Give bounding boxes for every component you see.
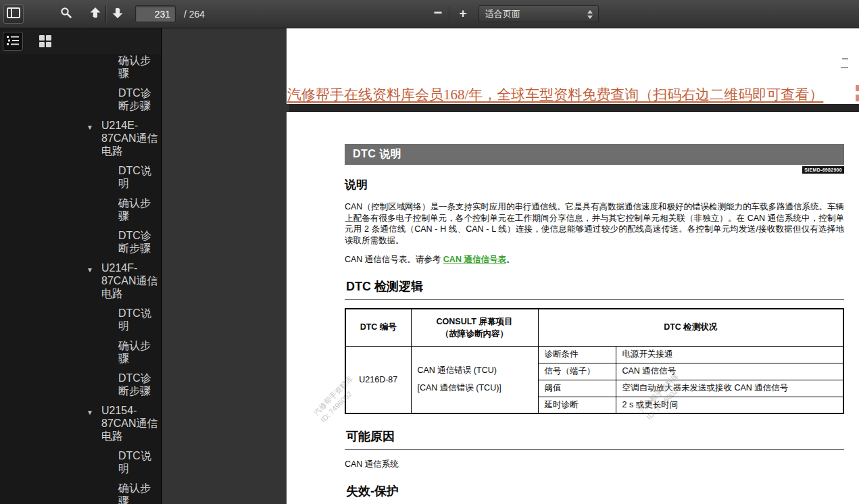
outline-item[interactable]: 确认步骤 bbox=[0, 54, 161, 80]
page-edge-fragment bbox=[841, 67, 848, 68]
page-edge-fragment bbox=[856, 85, 859, 91]
pdf-viewer-toolbar: / 264 − + 适合页面 bbox=[0, 0, 859, 28]
outline-item-label: 确认步骤 bbox=[118, 482, 156, 504]
pdf-page-current: DTC 说明 SIEMD-6982900 说明 CAN（控制区域网络）是一条支持… bbox=[287, 112, 859, 504]
select-spinner-icon bbox=[587, 10, 593, 19]
arrow-up-icon bbox=[89, 6, 102, 22]
possible-cause-heading: 可能原因 bbox=[345, 428, 844, 450]
condition-value: 2 s 或更长时间 bbox=[616, 397, 843, 413]
reference-suffix: 。 bbox=[506, 255, 515, 264]
outline-item[interactable]: ▼U214F-87CAN通信电路 bbox=[0, 261, 161, 300]
sidebar: 确认步骤DTC诊断步骤▼U214E-87CAN通信电路DTC说明确认步骤DTC诊… bbox=[0, 28, 162, 504]
outline-item-label: U214E-87CAN通信电路 bbox=[101, 119, 161, 157]
dtc-logic-heading: DTC 检测逻辑 bbox=[345, 278, 844, 300]
outline-item-label: DTC诊断步骤 bbox=[118, 229, 156, 255]
search-icon bbox=[60, 7, 72, 21]
condition-label: 阈值 bbox=[538, 380, 616, 397]
toolbar-separator bbox=[449, 6, 449, 22]
zoom-in-button[interactable]: + bbox=[456, 4, 470, 24]
thumbnails-view-button[interactable] bbox=[35, 32, 55, 51]
ad-banner-link[interactable]: 汽修帮手在线资料库会员168/年，全球车型资料免费查询（扫码右边二维码即可查看） bbox=[287, 85, 823, 104]
zoom-out-button[interactable]: − bbox=[431, 4, 445, 24]
outline-item[interactable]: ▼U214E-87CAN通信电路 bbox=[0, 119, 161, 157]
table-header-row: DTC 编号 CONSULT 屏幕项目 （故障诊断内容） DTC 检测状况 bbox=[345, 309, 843, 346]
possible-cause-text: CAN 通信系统 bbox=[345, 459, 844, 470]
outline-list: 确认步骤DTC诊断步骤▼U214E-87CAN通信电路DTC说明确认步骤DTC诊… bbox=[0, 54, 161, 504]
collapse-triangle-icon[interactable]: ▼ bbox=[87, 406, 93, 419]
condition-row: U216D-87 CAN 通信错误 (TCU) [CAN 通信错误 (TCU)]… bbox=[345, 346, 843, 363]
sidebar-toolbar bbox=[0, 28, 162, 54]
outline-item-label: 确认步骤 bbox=[118, 197, 156, 222]
outline-item-label: DTC诊断步骤 bbox=[118, 86, 156, 112]
outline-item-label: U2154-87CAN通信电路 bbox=[101, 404, 161, 443]
condition-label: 诊断条件 bbox=[538, 346, 616, 363]
next-page-button[interactable] bbox=[109, 4, 126, 24]
search-button[interactable] bbox=[57, 4, 76, 24]
outline-item[interactable]: DTC诊断步骤 bbox=[0, 372, 161, 397]
doc-code: SIEMD-6982900 bbox=[802, 166, 844, 174]
previous-page-button[interactable] bbox=[87, 4, 104, 24]
condition-label: 信号（端子） bbox=[538, 363, 616, 380]
thumbnails-grid-icon bbox=[39, 35, 51, 47]
condition-value: 电源开关接通 bbox=[616, 346, 843, 363]
toolbar-separator bbox=[105, 6, 106, 22]
reference-line: CAN 通信信号表。请参考 CAN 通信信号表。 bbox=[345, 254, 844, 266]
header-dtc-number: DTC 编号 bbox=[345, 309, 411, 346]
outline-item-label: 确认步骤 bbox=[118, 339, 156, 365]
outline-item-label: DTC说明 bbox=[118, 164, 156, 190]
fail-safe-heading: 失效-保护 bbox=[345, 483, 844, 504]
dtc-table-body: U216D-87 CAN 通信错误 (TCU) [CAN 通信错误 (TCU)]… bbox=[345, 346, 843, 413]
outline-item-label: U214F-87CAN通信电路 bbox=[101, 261, 161, 300]
outline-view-button[interactable] bbox=[3, 32, 23, 51]
dtc-detection-table: DTC 编号 CONSULT 屏幕项目 （故障诊断内容） DTC 检测状况 U2… bbox=[345, 308, 844, 414]
condition-value: 空调自动放大器未发送或接收 CAN 通信信号 bbox=[616, 380, 843, 397]
zoom-select[interactable]: 适合页面 bbox=[478, 5, 599, 22]
description-heading: 说明 bbox=[345, 177, 844, 193]
page-count-label: / 264 bbox=[184, 9, 205, 20]
outline-item[interactable]: 确认步骤 bbox=[0, 482, 161, 504]
page-gap bbox=[289, 104, 859, 112]
condition-label: 延时诊断 bbox=[538, 397, 616, 413]
condition-value: CAN 通信信号 bbox=[616, 363, 843, 380]
section-title: DTC 说明 bbox=[353, 147, 401, 161]
header-consult-item: CONSULT 屏幕项目 （故障诊断内容） bbox=[411, 309, 538, 346]
outline-item[interactable]: DTC说明 bbox=[0, 307, 161, 332]
outline-item-label: 确认步骤 bbox=[118, 54, 156, 80]
page-number-input[interactable] bbox=[135, 5, 176, 22]
can-signal-table-link[interactable]: CAN 通信信号表 bbox=[443, 255, 506, 264]
outline-item[interactable]: DTC诊断步骤 bbox=[0, 229, 161, 255]
outline-item[interactable]: DTC诊断步骤 bbox=[0, 86, 161, 112]
collapse-triangle-icon[interactable]: ▼ bbox=[87, 121, 93, 134]
outline-item[interactable]: DTC说明 bbox=[0, 164, 161, 190]
page-edge-fragment bbox=[856, 95, 859, 101]
zoom-select-value: 适合页面 bbox=[485, 8, 520, 20]
collapse-triangle-icon[interactable]: ▼ bbox=[87, 263, 93, 276]
dtc-number-cell: U216D-87 bbox=[345, 346, 411, 413]
pdf-page-previous: 汽修帮手在线资料库会员168/年，全球车型资料免费查询（扫码右边二维码即可查看） bbox=[287, 28, 859, 104]
section-title-bar: DTC 说明 bbox=[345, 144, 844, 165]
consult-item-cell: CAN 通信错误 (TCU) [CAN 通信错误 (TCU)] bbox=[411, 346, 538, 413]
toggle-sidebar-button[interactable] bbox=[3, 4, 24, 24]
outline-item-label: DTC说明 bbox=[118, 307, 156, 332]
document-content: DTC 说明 SIEMD-6982900 说明 CAN（控制区域网络）是一条支持… bbox=[345, 112, 844, 504]
reference-prefix: CAN 通信信号表。请参考 bbox=[345, 255, 443, 264]
outline-item[interactable]: DTC说明 bbox=[0, 449, 161, 475]
sidebar-toggle-icon bbox=[7, 7, 20, 20]
outline-item[interactable]: ▼U2154-87CAN通信电路 bbox=[0, 404, 161, 443]
doc-code-row: SIEMD-6982900 bbox=[345, 165, 844, 172]
outline-item[interactable]: 确认步骤 bbox=[0, 339, 161, 365]
outline-item-label: DTC说明 bbox=[118, 449, 156, 475]
outline-list-icon bbox=[7, 35, 19, 48]
arrow-down-icon bbox=[111, 6, 124, 22]
outline-item-label: DTC诊断步骤 bbox=[118, 372, 156, 397]
description-paragraph: CAN（控制区域网络）是一条支持实时应用的串行通信线。它是具有高数据通信速度和极… bbox=[345, 201, 844, 246]
header-detection-status: DTC 检测状况 bbox=[538, 309, 843, 346]
page-edge-fragment bbox=[842, 58, 848, 59]
outline-item[interactable]: 确认步骤 bbox=[0, 197, 161, 222]
